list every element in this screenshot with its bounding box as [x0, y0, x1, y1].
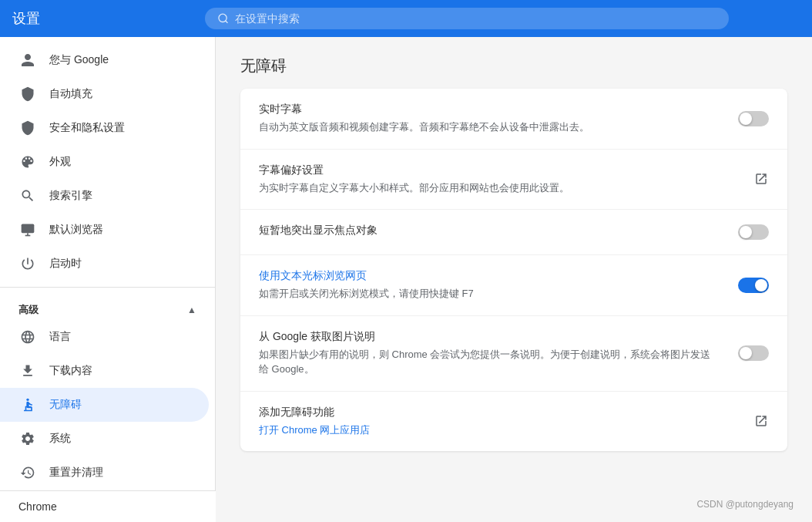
chevron-up-icon: ▲ [187, 305, 196, 315]
setting-info-live-caption: 实时字幕 自动为英文版音频和视频创建字幕。音频和字幕绝不会从设备中泄露出去。 [259, 103, 738, 135]
startup-icon [18, 254, 37, 273]
language-icon [18, 328, 37, 346]
ext-link-caption-prefs[interactable] [753, 171, 769, 187]
sidebar-item-autofill[interactable]: 自动填充 [0, 77, 209, 111]
chrome-label: Chrome [0, 490, 216, 522]
setting-info-image-labels: 从 Google 获取图片说明 如果图片缺少有用的说明，则 Chrome 会尝试… [259, 330, 738, 377]
sidebar-label-google: 您与 Google [49, 53, 109, 67]
setting-title-live-caption: 实时字幕 [259, 103, 720, 116]
download-icon [18, 362, 37, 380]
setting-row-caption-prefs: 字幕偏好设置 为实时字幕自定义字幕大小和样式。部分应用和网站也会使用此设置。 [240, 150, 787, 210]
reset-icon [18, 463, 37, 482]
setting-info-focus-highlight: 短暂地突出显示焦点对象 [259, 224, 738, 241]
toggle-focus-highlight[interactable] [738, 224, 769, 240]
sidebar-item-appearance[interactable]: 外观 [0, 145, 209, 179]
browser-icon [18, 221, 37, 239]
search-sidebar-icon [18, 187, 37, 205]
toggle-thumb-live-caption [740, 113, 752, 125]
setting-desc-add-accessibility: 打开 Chrome 网上应用店 [259, 423, 735, 438]
svg-rect-2 [22, 224, 35, 234]
search-input[interactable] [235, 12, 716, 25]
page-title: 无障碍 [240, 56, 787, 76]
sidebar-item-reset[interactable]: 重置并清理 [0, 456, 209, 490]
toggle-track-image-labels[interactable] [738, 345, 769, 361]
setting-row-focus-highlight: 短暂地突出显示焦点对象 [240, 210, 787, 255]
svg-line-1 [226, 21, 228, 23]
sidebar-item-accessibility[interactable]: 无障碍 [0, 388, 209, 422]
sidebar-label-accessibility: 无障碍 [49, 398, 82, 412]
setting-desc-image-labels: 如果图片缺少有用的说明，则 Chrome 会尝试为您提供一条说明。为便于创建说明… [259, 347, 720, 377]
toggle-track-focus-highlight[interactable] [738, 224, 769, 240]
sidebar-label-startup: 启动时 [49, 257, 82, 271]
sidebar-divider [0, 287, 215, 288]
setting-title-focus-highlight: 短暂地突出显示焦点对象 [259, 224, 720, 237]
toggle-image-labels[interactable] [738, 345, 769, 361]
sidebar-label-language: 语言 [49, 330, 71, 344]
sidebar-item-google[interactable]: 您与 Google [0, 43, 209, 77]
setting-row-add-accessibility: 添加无障碍功能 打开 Chrome 网上应用店 [240, 392, 787, 452]
content: 无障碍 实时字幕 自动为英文版音频和视频创建字幕。音频和字幕绝不会从设备中泄露出… [216, 37, 812, 522]
setting-row-text-cursor: 使用文本光标浏览网页 如需开启或关闭光标浏览模式，请使用快捷键 F7 [240, 255, 787, 316]
header: 设置 [0, 0, 812, 37]
sidebar-item-browser[interactable]: 默认浏览器 [0, 213, 209, 247]
privacy-icon [18, 119, 37, 137]
sidebar-item-search[interactable]: 搜索引擎 [0, 179, 209, 213]
toggle-thumb-image-labels [740, 347, 752, 359]
sidebar-item-privacy[interactable]: 安全和隐私设置 [0, 111, 209, 145]
setting-desc-live-caption: 自动为英文版音频和视频创建字幕。音频和字幕绝不会从设备中泄露出去。 [259, 120, 720, 135]
sidebar-label-browser: 默认浏览器 [49, 223, 103, 237]
toggle-track-text-cursor[interactable] [738, 278, 769, 293]
setting-info-add-accessibility: 添加无障碍功能 打开 Chrome 网上应用店 [259, 406, 753, 438]
header-title: 设置 [12, 9, 205, 28]
setting-title-image-labels: 从 Google 获取图片说明 [259, 330, 720, 344]
svg-point-0 [219, 14, 226, 22]
autofill-icon [18, 85, 37, 103]
ext-link-add-accessibility[interactable] [753, 413, 769, 429]
setting-info-caption-prefs: 字幕偏好设置 为实时字幕自定义字幕大小和样式。部分应用和网站也会使用此设置。 [259, 163, 753, 196]
sidebar-item-startup[interactable]: 启动时 [0, 247, 209, 281]
sidebar-section-advanced[interactable]: 高级 ▲ [0, 294, 215, 320]
main-layout: 您与 Google 自动填充 安全和隐私设置 外观 搜索引擎 [0, 37, 812, 522]
toggle-text-cursor[interactable] [738, 278, 769, 293]
sidebar-label-autofill: 自动填充 [49, 87, 92, 101]
sidebar-label-download: 下载内容 [49, 364, 92, 378]
sidebar-item-language[interactable]: 语言 [0, 320, 209, 354]
toggle-thumb-text-cursor [755, 279, 767, 291]
setting-desc-text-cursor: 如需开启或关闭光标浏览模式，请使用快捷键 F7 [259, 286, 720, 301]
person-icon [18, 51, 37, 69]
setting-info-text-cursor: 使用文本光标浏览网页 如需开启或关闭光标浏览模式，请使用快捷键 F7 [259, 269, 738, 301]
svg-point-5 [26, 399, 29, 401]
sidebar-item-download[interactable]: 下载内容 [0, 354, 209, 388]
sidebar-label-appearance: 外观 [49, 155, 71, 169]
setting-title-add-accessibility: 添加无障碍功能 [259, 406, 735, 419]
settings-card: 实时字幕 自动为英文版音频和视频创建字幕。音频和字幕绝不会从设备中泄露出去。 字… [240, 89, 787, 451]
sidebar: 您与 Google 自动填充 安全和隐私设置 外观 搜索引擎 [0, 37, 216, 522]
toggle-track-live-caption[interactable] [738, 111, 769, 126]
search-bar[interactable] [205, 8, 729, 29]
setting-desc-caption-prefs: 为实时字幕自定义字幕大小和样式。部分应用和网站也会使用此设置。 [259, 180, 735, 196]
accessibility-icon [18, 396, 37, 414]
toggle-live-caption[interactable] [738, 111, 769, 126]
setting-title-text-cursor: 使用文本光标浏览网页 [259, 269, 720, 283]
setting-title-caption-prefs: 字幕偏好设置 [259, 163, 735, 177]
sidebar-label-privacy: 安全和隐私设置 [49, 121, 125, 135]
sidebar-label-search: 搜索引擎 [49, 189, 92, 203]
sidebar-label-reset: 重置并清理 [49, 466, 103, 480]
sidebar-label-system: 系统 [49, 432, 71, 446]
appearance-icon [18, 153, 37, 171]
sidebar-item-system[interactable]: 系统 [0, 422, 209, 456]
system-icon [18, 429, 37, 448]
search-icon [217, 12, 229, 25]
setting-row-image-labels: 从 Google 获取图片说明 如果图片缺少有用的说明，则 Chrome 会尝试… [240, 316, 787, 392]
watermark: CSDN @putongdeyang [696, 499, 794, 510]
toggle-thumb-focus-highlight [740, 226, 752, 238]
setting-row-live-caption: 实时字幕 自动为英文版音频和视频创建字幕。音频和字幕绝不会从设备中泄露出去。 [240, 89, 787, 150]
